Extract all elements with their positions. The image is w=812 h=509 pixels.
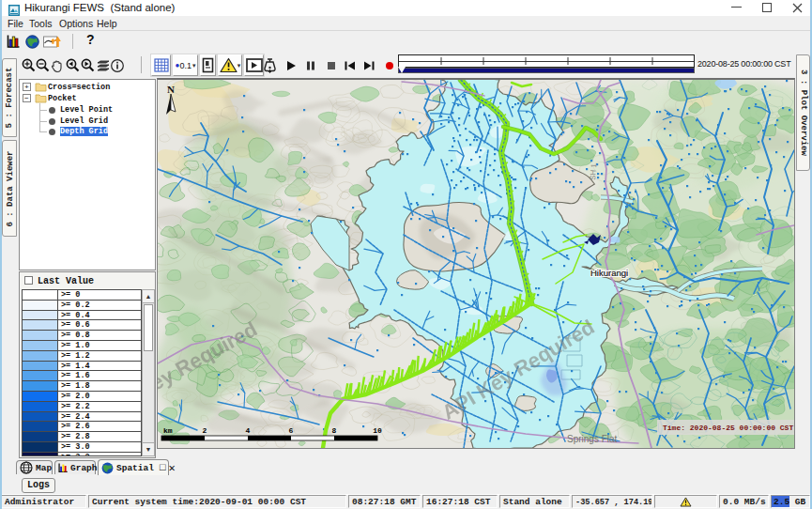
svg-text:Time: 2020-08-25 00:00:00 CST: Time: 2020-08-25 00:00:00 CST [663, 424, 793, 432]
svg-text:4: 4 [246, 426, 251, 435]
svg-text:Springs Flat: Springs Flat [567, 434, 618, 444]
svg-text:SH 1: SH 1 [589, 162, 598, 180]
svg-text:6: 6 [289, 426, 294, 435]
svg-text:Hikurangi: Hikurangi [590, 268, 628, 278]
svg-text:km: km [163, 426, 173, 435]
svg-text:10: 10 [373, 426, 382, 435]
svg-text:N: N [167, 84, 175, 95]
svg-text:2: 2 [203, 426, 207, 435]
svg-text:8: 8 [332, 426, 337, 435]
